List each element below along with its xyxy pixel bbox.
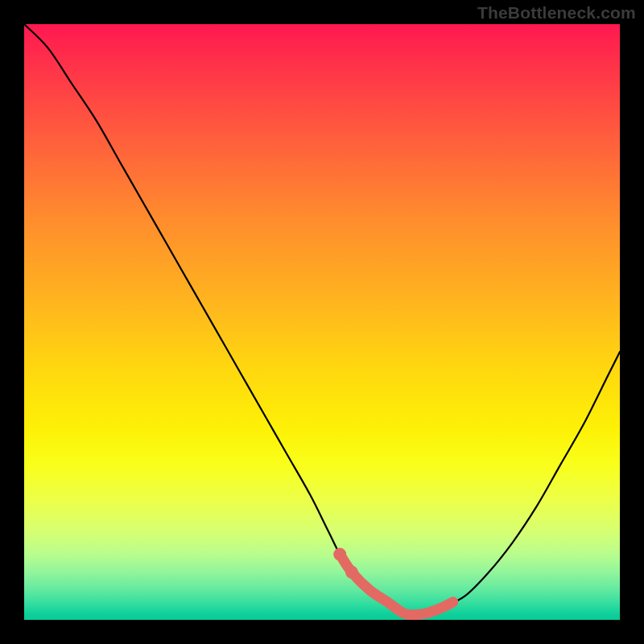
optimal-highlight — [340, 555, 453, 615]
watermark-text: TheBottleneck.com — [477, 3, 636, 23]
bottleneck-curve — [24, 24, 620, 615]
stage: TheBottleneck.com — [0, 0, 644, 644]
highlight-dot-lower — [345, 566, 358, 579]
highlight-dot-upper — [333, 548, 346, 561]
plot-area — [24, 24, 620, 620]
curve-layer — [24, 24, 620, 620]
